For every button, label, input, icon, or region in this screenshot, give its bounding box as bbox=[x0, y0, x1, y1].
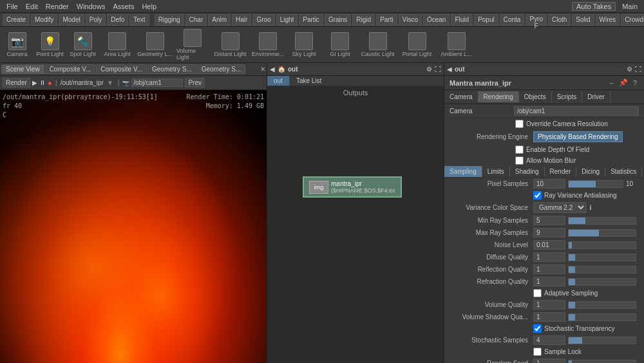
sec-tab-statistics[interactable]: Statistics bbox=[605, 166, 642, 177]
toolbar-char[interactable]: Char bbox=[185, 14, 207, 26]
variance-color-space-select[interactable]: Gamma 2.2 bbox=[533, 202, 587, 213]
middle-gear-icon[interactable]: ⚙ bbox=[426, 66, 432, 73]
render-title-btn[interactable]: Render bbox=[3, 78, 30, 88]
volume-light-icon-item[interactable]: Volume Light bbox=[176, 29, 209, 60]
environm-icon-item[interactable]: Environme... bbox=[252, 32, 284, 57]
menu-file[interactable]: File bbox=[3, 3, 22, 10]
toolbar-visco[interactable]: Visco bbox=[399, 14, 422, 26]
middle-back-btn[interactable]: ◀ bbox=[270, 66, 275, 73]
node-editor-canvas[interactable]: Outputs img mantra_ipr ($HIPNAME.$OS.$F4… bbox=[267, 86, 444, 363]
toolbar-fluid[interactable]: Fluid bbox=[451, 14, 473, 26]
distant-light-icon-item[interactable]: Distant Light bbox=[213, 32, 248, 57]
right-back-btn[interactable]: ◀ bbox=[447, 66, 452, 73]
middle-expand-icon[interactable]: ⛶ bbox=[435, 66, 441, 73]
sec-tab-sampling[interactable]: Sampling bbox=[444, 166, 482, 177]
volume-quality-input[interactable] bbox=[533, 300, 565, 310]
right-gear-icon[interactable]: ⚙ bbox=[627, 66, 632, 73]
toolbar-poly[interactable]: Poly bbox=[86, 14, 106, 26]
toolbar-model[interactable]: Model bbox=[59, 14, 84, 26]
toolbar-parti[interactable]: Parti bbox=[376, 14, 397, 26]
toolbar-groo[interactable]: Groo bbox=[252, 14, 274, 26]
toolbar-grains[interactable]: Grains bbox=[325, 14, 351, 26]
scene-tab-composite2[interactable]: Composite V... bbox=[96, 64, 147, 74]
middle-home-btn[interactable]: 🏠 bbox=[278, 66, 285, 73]
portal-light-icon-item[interactable]: Portal Light bbox=[399, 32, 435, 57]
sec-tab-limits[interactable]: Limits bbox=[482, 166, 510, 177]
toolbar-wires[interactable]: Wires bbox=[596, 14, 620, 26]
min-ray-slider[interactable] bbox=[568, 217, 636, 225]
node-tab-takelist[interactable]: Take List bbox=[290, 76, 328, 86]
random-seed-slider[interactable] bbox=[568, 360, 636, 364]
properties-collapse-btn[interactable]: − bbox=[607, 78, 615, 88]
diffuse-quality-slider[interactable] bbox=[568, 254, 636, 261]
adaptive-sampling-checkbox[interactable] bbox=[533, 289, 542, 297]
toolbar-anim[interactable]: Anim bbox=[208, 14, 231, 26]
volume-quality-slider[interactable] bbox=[568, 301, 636, 309]
sec-tab-render[interactable]: Render bbox=[545, 166, 577, 177]
noise-level-input[interactable] bbox=[533, 240, 565, 250]
motion-blur-checkbox[interactable] bbox=[515, 156, 524, 165]
toolbar-create[interactable]: Create bbox=[3, 14, 30, 26]
scene-tab-geometry2[interactable]: Geometry S... bbox=[197, 64, 246, 74]
node-tab-out[interactable]: out bbox=[267, 76, 290, 86]
right-expand-icon[interactable]: ⛶ bbox=[635, 66, 641, 73]
toolbar-modify[interactable]: Modify bbox=[31, 14, 57, 26]
toolbar-crowds[interactable]: Crowds bbox=[621, 14, 644, 26]
scene-tab-geometry[interactable]: Geometry S... bbox=[147, 64, 196, 74]
toolbar-light[interactable]: Light bbox=[276, 14, 298, 26]
stochastic-transparency-checkbox[interactable] bbox=[533, 324, 542, 333]
sky-light-icon-item[interactable]: Sky Light bbox=[288, 32, 320, 57]
toolbar-cloth[interactable]: Cloth bbox=[548, 14, 571, 26]
reflection-quality-input[interactable] bbox=[533, 265, 565, 274]
properties-help-btn[interactable]: ? bbox=[631, 78, 639, 88]
mantra-node[interactable]: img mantra_ipr ($HIPNAME.$OS.$F4.ex bbox=[303, 176, 402, 198]
override-camera-checkbox[interactable] bbox=[515, 120, 524, 128]
menu-edit[interactable]: Edit bbox=[22, 3, 42, 10]
camera-value-input[interactable] bbox=[514, 106, 639, 116]
prop-tab-rendering[interactable]: Rendering bbox=[478, 91, 519, 102]
prev-btn[interactable]: Prev bbox=[185, 78, 205, 88]
refraction-quality-slider[interactable] bbox=[568, 278, 636, 286]
area-light-icon-item[interactable]: Area Light bbox=[101, 32, 133, 57]
volume-shadow-input[interactable] bbox=[533, 312, 565, 322]
random-seed-input[interactable] bbox=[533, 358, 565, 363]
toolbar-defo[interactable]: Defo bbox=[107, 14, 128, 26]
caustic-light-icon-item[interactable]: Caustic Light bbox=[360, 32, 395, 57]
engine-value[interactable]: Physically Based Rendering bbox=[533, 131, 623, 142]
toolbar-rigid[interactable]: Rigid bbox=[352, 14, 375, 26]
pixel-samples-input[interactable] bbox=[533, 179, 565, 189]
diffuse-quality-input[interactable] bbox=[533, 252, 565, 262]
sec-tab-dicing[interactable]: Dicing bbox=[576, 166, 605, 177]
stochastic-samples-input[interactable] bbox=[533, 335, 565, 345]
noise-level-slider[interactable] bbox=[568, 241, 636, 249]
prop-tab-objects[interactable]: Objects bbox=[519, 91, 552, 102]
point-light-icon-item[interactable]: 💡 Point Light bbox=[35, 32, 64, 57]
max-ray-input[interactable] bbox=[533, 228, 565, 237]
camera-input[interactable] bbox=[131, 79, 183, 87]
prop-tab-driver[interactable]: Driver bbox=[582, 91, 611, 102]
toolbar-partic[interactable]: Partic bbox=[299, 14, 323, 26]
gi-light-icon-item[interactable]: GI Light bbox=[324, 32, 356, 57]
toolbar-solid[interactable]: Solid bbox=[572, 14, 594, 26]
ambient-light-icon-item[interactable]: Ambient L... bbox=[439, 32, 474, 57]
render-output-path[interactable]: /out/mantra_ipr bbox=[61, 79, 104, 86]
depth-of-field-checkbox[interactable] bbox=[515, 145, 524, 154]
spot-light-icon-item[interactable]: 🔦 Spot Light bbox=[68, 32, 97, 57]
toolbar-text[interactable]: Text bbox=[129, 14, 149, 26]
reflection-quality-slider[interactable] bbox=[568, 266, 636, 274]
properties-pin-btn[interactable]: 📌 bbox=[617, 78, 630, 88]
camera-icon-item[interactable]: 📷 Camera bbox=[3, 32, 32, 57]
refraction-quality-input[interactable] bbox=[533, 277, 565, 286]
volume-shadow-slider[interactable] bbox=[568, 313, 636, 321]
toolbar-conta[interactable]: Conta bbox=[500, 14, 525, 26]
scene-tab-composite[interactable]: Composite V... bbox=[45, 64, 96, 74]
pixel-samples-slider[interactable] bbox=[568, 180, 623, 188]
menu-help[interactable]: Help bbox=[138, 3, 160, 10]
menu-render[interactable]: Render bbox=[42, 3, 73, 10]
toolbar-hair[interactable]: Hair bbox=[232, 14, 251, 26]
toolbar-pyrof[interactable]: Pyro F bbox=[526, 14, 547, 26]
sec-tab-shading[interactable]: Shading bbox=[510, 166, 545, 177]
menu-assets[interactable]: Assets bbox=[109, 3, 138, 10]
toolbar-popul[interactable]: Popul bbox=[474, 14, 498, 26]
scene-tab-scene-view[interactable]: Scene View bbox=[1, 64, 44, 74]
